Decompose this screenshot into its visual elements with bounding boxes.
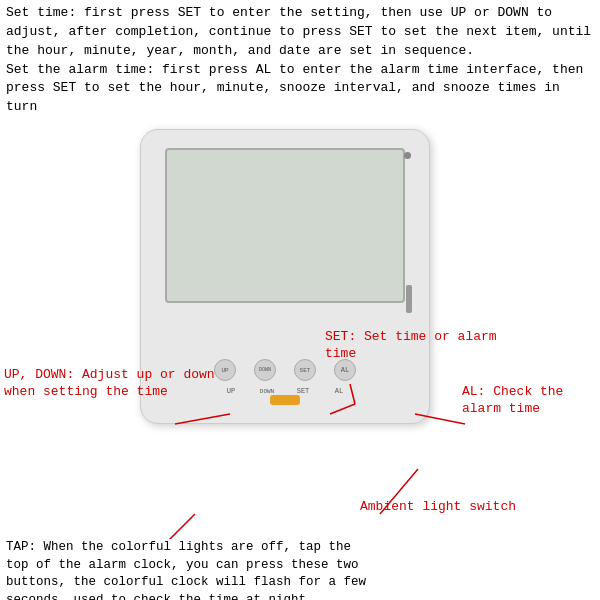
clock-dot [404,152,411,159]
svg-line-5 [155,514,195,539]
clock-orange-connector [270,395,300,405]
down-button[interactable]: DOWN [254,359,276,381]
bottom-row: TAP: When the colorful lights are off, t… [0,539,600,600]
instruction-line2: adjust, after completion, continue to pr… [6,23,594,42]
set-button[interactable]: SET [294,359,316,381]
set-annotation: SET: Set time or alarm time [325,329,497,363]
clock-slot [406,285,412,313]
up-button[interactable]: UP [214,359,236,381]
clock-screen [165,148,405,303]
instruction-line3: the hour, minute, year, month, and date … [6,42,594,61]
instruction-line1: Set time: first press SET to enter the s… [6,4,594,23]
al-annotation: AL: Check the alarm time [462,384,563,418]
ambient-annotation: Ambient light switch [360,499,516,516]
tap-text: TAP: When the colorful lights are off, t… [6,539,594,600]
instructions-block: Set time: first press SET to enter the s… [0,0,600,119]
updown-annotation: UP, DOWN: Adjust up or down when setting… [4,367,215,401]
btn-label-row: UP DOWN SET AL [220,387,350,395]
device-area: UP DOWN SET AL UP DOWN SET AL SET: Set t… [0,119,600,539]
instruction-line5: press SET to set the hour, minute, snooz… [6,79,594,117]
instruction-line4: Set the alarm time: first press AL to en… [6,61,594,80]
